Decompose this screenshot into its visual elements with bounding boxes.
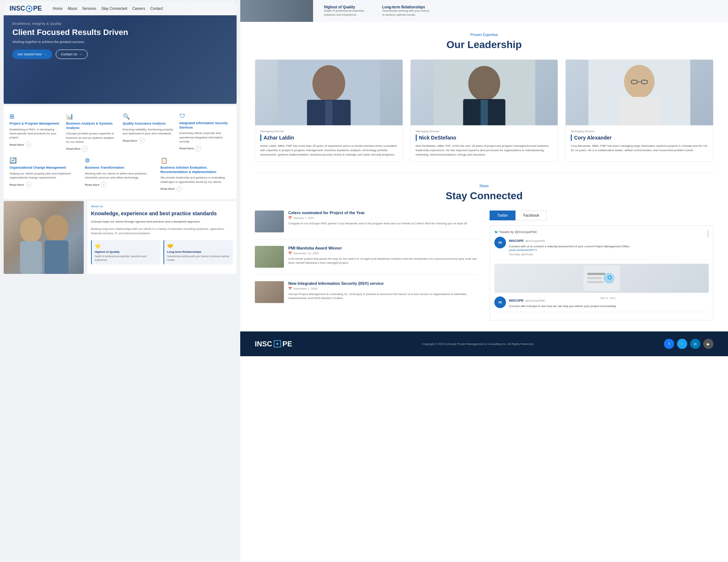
hero-buttons: Get Started Now → Contact Us → (12, 50, 228, 59)
svg-rect-14 (619, 97, 660, 125)
service-icon-1: ⊞ (9, 113, 61, 120)
service-title-7: Business Solution Evaluation, Recommenda… (161, 166, 231, 174)
leader-card-2: Managing Director Nick DeStefano Nick De… (410, 59, 558, 162)
social-tabs: Twitter Facebook (490, 211, 713, 220)
arrow-icon: → (44, 52, 47, 56)
news-date-2: 📅 December 10, 2020 (288, 252, 479, 255)
nav-services[interactable]: Services (82, 7, 96, 11)
footer-facebook-btn[interactable]: f (664, 339, 674, 349)
hero-nav: INSC PE Home About Services Stay Connect… (4, 2, 237, 15)
footer-copyright: Copyright © 2021 InScope Project Managem… (422, 342, 534, 346)
news-title-1[interactable]: Celero nominated for Project of the Year (288, 211, 467, 215)
svg-rect-7 (325, 101, 332, 125)
tweet-handle-1: @InScopePMC (525, 239, 545, 243)
footer-social: f 🐦 in ▶ (664, 339, 713, 349)
read-more-4[interactable]: Read More › (179, 146, 231, 152)
read-more-6[interactable]: Read More › (85, 182, 155, 188)
leader-role-3: Managing Director (571, 130, 708, 133)
svg-rect-22 (587, 281, 604, 283)
news-title-3[interactable]: New Integrated Information Security (IIS… (288, 281, 479, 286)
svg-rect-20 (587, 273, 605, 275)
footer-twitter-btn[interactable]: 🐦 (677, 339, 687, 349)
nav-contact[interactable]: Contact (150, 7, 163, 11)
read-more-btn-4[interactable]: › (195, 146, 201, 152)
service-desc-3: Ensuring reliability, functioning proper… (123, 127, 174, 135)
about-text: Building long term relationships with ou… (91, 227, 233, 236)
leader-photo-1 (255, 60, 403, 125)
footer-youtube-btn[interactable]: ▶ (703, 339, 713, 349)
news-grid: Celero nominated for Project of the Year… (255, 211, 713, 321)
news-thumb-3 (255, 281, 284, 303)
read-more-1[interactable]: Read More › (9, 142, 61, 148)
nav-stay-connected[interactable]: Stay Connected (101, 7, 127, 11)
news-thumb-1 (255, 211, 284, 232)
leader-name-2: Nick DeStefano (419, 135, 456, 141)
tweet-header: 🐦 Tweets by @InScopePMC (494, 230, 709, 234)
read-more-btn-1[interactable]: › (25, 142, 31, 148)
about-label: About Us (91, 205, 233, 208)
services-grid-top: ⊞ Project & Program Management Establish… (9, 113, 231, 152)
get-started-button[interactable]: Get Started Now → (12, 50, 52, 59)
calendar-icon-1: 📅 (288, 216, 292, 220)
service-desc-1: Establishing a PMO, or developing client… (9, 127, 61, 140)
service-item-1: ⊞ Project & Program Management Establish… (9, 113, 61, 152)
leader-info-3: Managing Director Cory Alexander Cory Al… (566, 125, 713, 157)
service-desc-7: We provide leadership and guidance in ev… (161, 176, 231, 184)
leadership-title: Our Leadership (255, 39, 713, 51)
tweet-item-2: IN INSCOPE @InScopePMC Mar 6, 2021 Conne… (494, 296, 709, 312)
service-item-6: ⚙ Business Transformation Working with o… (85, 157, 155, 192)
read-more-btn-5[interactable]: › (25, 182, 31, 188)
service-title-3: Quality Assurance Analysis (123, 122, 174, 126)
leader-name-3: Cory Alexander (574, 135, 612, 141)
quality-card-desc-2: Seamlessly working with your teams to ac… (167, 255, 230, 262)
quality-card-title-2: Long-term Relationships (167, 250, 230, 254)
quality-card-2: 🤝 Long-term Relationships Seamlessly wor… (163, 240, 233, 265)
tweet-avatar-1: IN (494, 237, 506, 248)
read-more-7[interactable]: Read More › (161, 186, 231, 192)
arrow-icon-2: → (79, 52, 82, 56)
about-desc: InScope helps our clients through rigoro… (91, 220, 233, 224)
about-section: About Us Knowledge, experience and best … (4, 201, 237, 274)
nav-home[interactable]: Home (53, 7, 63, 11)
read-more-2[interactable]: Read More › (66, 146, 118, 152)
top-quality-title-1: Highest of Quality (324, 5, 371, 9)
about-photo (4, 201, 84, 274)
leader-bar-3 (571, 134, 572, 141)
tweet-link-1[interactable]: youtu.be/6useH2tP7Y (509, 248, 629, 252)
read-more-btn-6[interactable]: › (101, 182, 107, 188)
service-item-2: 📊 Business Analysis & Systems Analysis I… (66, 113, 118, 152)
read-more-btn-2[interactable]: › (82, 146, 88, 152)
service-item-5: 🔄 Organizational Change Management Helpi… (9, 157, 80, 192)
top-quality-items: Highest of Quality Depth of professional… (313, 0, 440, 22)
news-item-3: New Integrated Information Security (IIS… (255, 281, 479, 310)
tweet-name-1: INSCOPE (509, 239, 524, 243)
footer-logo-text-insc: INSC (255, 340, 272, 348)
read-more-btn-7[interactable]: › (176, 186, 182, 192)
read-more-btn-3[interactable]: › (139, 138, 145, 144)
quality-card-title-1: Highest of Quality (95, 250, 158, 254)
contact-us-button[interactable]: Contact Us → (56, 50, 88, 59)
news-desc-2: A 30-month project that paved the way fo… (288, 257, 479, 265)
leader-desc-1: Azhar Laldin, MBA, PMP has more than 25 … (260, 144, 397, 157)
leader-card-1: Managing Director Azhar Laldin Azhar Lal… (255, 59, 403, 162)
read-more-3[interactable]: Read More › (123, 138, 174, 144)
service-desc-5: Helping our clients properly plan and im… (9, 172, 80, 180)
nav-about[interactable]: About (68, 7, 77, 11)
facebook-tab[interactable]: Facebook (515, 211, 547, 220)
leader-silhouette-3 (566, 60, 713, 125)
footer-linkedin-btn[interactable]: in (690, 339, 700, 349)
service-icon-6: ⚙ (85, 157, 155, 164)
nav-careers[interactable]: Careers (132, 7, 145, 11)
hero-title: Client Focused Results Driven (12, 28, 228, 37)
read-more-5[interactable]: Read More › (9, 182, 80, 188)
leader-silhouette-2 (411, 60, 558, 125)
svg-rect-1 (20, 241, 42, 274)
tweet-illustration (583, 266, 620, 291)
news-title-2[interactable]: PMI Manitoba Award Winner (288, 246, 479, 250)
hero-section: INSC PE Home About Services Stay Connect… (4, 2, 237, 104)
news-desc-3: nScope Project Management & Consulting I… (288, 292, 479, 300)
service-icon-5: 🔄 (9, 157, 80, 164)
site-logo[interactable]: INSC PE (9, 5, 42, 12)
svg-point-13 (624, 65, 655, 98)
twitter-tab[interactable]: Twitter (490, 211, 515, 220)
